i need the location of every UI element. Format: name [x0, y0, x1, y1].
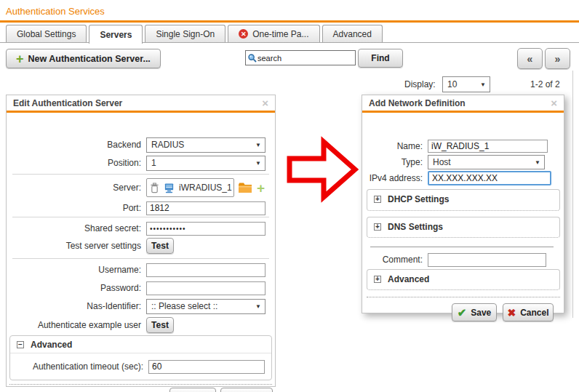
- name-input[interactable]: [428, 140, 548, 153]
- host-icon: [164, 183, 175, 193]
- tab-global-settings[interactable]: Global Settings: [6, 25, 87, 42]
- next-page-button[interactable]: »: [545, 48, 570, 69]
- server-object-name: iWRADIUS_1: [179, 183, 232, 193]
- dns-settings-title: DNS Settings: [388, 222, 443, 232]
- check-icon: ✔: [458, 307, 467, 318]
- port-input[interactable]: [146, 201, 265, 215]
- chevron-down-icon: ▼: [480, 81, 486, 88]
- chevrons-left-icon: «: [527, 53, 533, 65]
- comment-label: Comment:: [362, 255, 428, 265]
- tab-one-time-password[interactable]: ✕ One-time Pa...: [228, 25, 319, 42]
- add-object-icon[interactable]: +: [257, 181, 265, 195]
- type-value: Host: [433, 157, 451, 167]
- test-button-label: Test: [151, 320, 169, 330]
- dns-settings-header[interactable]: + DNS Settings: [367, 217, 559, 232]
- new-server-button-label: New Authentication Server...: [28, 54, 151, 64]
- nas-identifier-row: Nas-Identifier: :: Please select :: ▼: [7, 299, 275, 313]
- authentication-timeout-input[interactable]: [148, 360, 265, 374]
- comment-row: Comment:: [362, 252, 564, 267]
- chevron-down-icon: ▼: [255, 142, 261, 148]
- chevron-down-icon: ▼: [255, 303, 261, 310]
- tab-label: One-time Pa...: [252, 29, 308, 39]
- test-server-settings-label: Test server settings: [7, 241, 146, 251]
- type-select[interactable]: Host ▼: [428, 155, 545, 169]
- name-row: Name:: [362, 139, 564, 153]
- chevron-down-icon: ▼: [535, 159, 540, 166]
- tab-single-sign-on[interactable]: Single Sign-On: [145, 25, 225, 42]
- server-row: Server:: [7, 178, 275, 197]
- edit-panel-header: Edit Authentication Server ×: [7, 95, 275, 113]
- name-label: Name:: [362, 141, 428, 151]
- test-server-button[interactable]: Test: [146, 238, 174, 254]
- cancel-button[interactable]: ✖ Cancel: [220, 388, 273, 392]
- shared-secret-input[interactable]: [146, 222, 265, 236]
- right-arrow-icon: [290, 142, 355, 197]
- server-object-field[interactable]: iWRADIUS_1: [146, 178, 234, 197]
- section-divider: [12, 217, 269, 217]
- shared-secret-label: Shared secret:: [7, 223, 146, 233]
- search-box[interactable]: [245, 50, 356, 65]
- advanced-section-header[interactable]: − Advanced: [10, 336, 271, 353]
- advanced-section: + Advanced: [367, 269, 560, 290]
- save-button[interactable]: ✔ Save: [452, 303, 497, 321]
- backend-row: Backend RADIUS ▼: [7, 137, 275, 152]
- cancel-button-label: Cancel: [520, 308, 548, 318]
- test-button-label: Test: [151, 241, 169, 251]
- edit-panel-title: Edit Authentication Server: [13, 98, 122, 108]
- save-button[interactable]: ✔ Save: [169, 388, 216, 392]
- nas-identifier-select[interactable]: :: Please select :: ▼: [146, 299, 265, 314]
- advanced-section-title: Advanced: [31, 340, 72, 350]
- advanced-section-header[interactable]: + Advanced: [367, 270, 559, 284]
- edit-authentication-server-panel: Edit Authentication Server × Backend RAD…: [6, 95, 276, 387]
- add-panel-body: Name: Type: Host ▼ IPv4 address: + DHCP …: [362, 113, 564, 311]
- expand-icon[interactable]: +: [374, 276, 381, 283]
- previous-page-button[interactable]: «: [517, 48, 543, 69]
- tab-servers[interactable]: Servers: [89, 25, 143, 44]
- page-size-select[interactable]: 10 ▼: [442, 76, 490, 92]
- cancel-button[interactable]: ✖ Cancel: [503, 303, 554, 321]
- ipv4-row: IPv4 address:: [362, 171, 564, 185]
- button-divider: [9, 384, 272, 385]
- tab-advanced[interactable]: Advanced: [322, 25, 383, 42]
- tab-label: Servers: [100, 30, 132, 40]
- expand-icon[interactable]: +: [374, 223, 381, 231]
- nas-identifier-value: :: Please select ::: [151, 301, 217, 311]
- backend-select[interactable]: RADIUS ▼: [146, 137, 265, 153]
- search-input[interactable]: [257, 54, 345, 63]
- search-icon: [247, 53, 257, 63]
- authenticate-example-row: Authenticate example user Test: [7, 317, 275, 333]
- position-label: Position:: [7, 158, 146, 168]
- display-label: Display:: [404, 79, 436, 89]
- trash-icon[interactable]: [150, 183, 159, 193]
- username-input[interactable]: [146, 263, 265, 277]
- ipv4-address-input[interactable]: [428, 171, 551, 185]
- find-button[interactable]: Find: [358, 49, 403, 68]
- close-icon[interactable]: ×: [262, 97, 268, 108]
- backend-label: Backend: [7, 140, 146, 150]
- dhcp-settings-header[interactable]: + DHCP Settings: [367, 190, 559, 204]
- shared-secret-row: Shared secret:: [7, 221, 275, 236]
- button-divider: [367, 297, 560, 297]
- ipv4-address-label: IPv4 address:: [362, 173, 428, 183]
- password-row: Password:: [7, 281, 275, 295]
- authenticate-example-test-button[interactable]: Test: [146, 317, 174, 333]
- type-row: Type: Host ▼: [362, 155, 564, 169]
- tabbar: Global Settings Servers Single Sign-On ✕…: [6, 25, 383, 44]
- close-icon[interactable]: ×: [551, 97, 557, 108]
- dns-settings-section: + DNS Settings: [367, 217, 560, 238]
- authentication-timeout-label: Authentication timeout (sec):: [10, 361, 148, 372]
- position-select[interactable]: 1 ▼: [146, 156, 265, 171]
- chevron-down-icon: ▼: [255, 160, 261, 167]
- position-value: 1: [151, 158, 156, 168]
- port-label: Port:: [7, 203, 146, 213]
- new-authentication-server-button[interactable]: + New Authentication Server...: [6, 49, 161, 68]
- section-divider: [12, 258, 269, 259]
- edit-panel-body: Backend RADIUS ▼ Position: 1 ▼ Server:: [7, 113, 275, 384]
- tab-label: Single Sign-On: [156, 29, 215, 39]
- page-title: Authentication Services: [6, 6, 105, 17]
- password-input[interactable]: [146, 281, 265, 295]
- collapse-icon[interactable]: −: [17, 341, 24, 348]
- expand-icon[interactable]: +: [374, 196, 381, 203]
- folder-browse-icon[interactable]: [238, 182, 252, 193]
- comment-input[interactable]: [428, 253, 546, 267]
